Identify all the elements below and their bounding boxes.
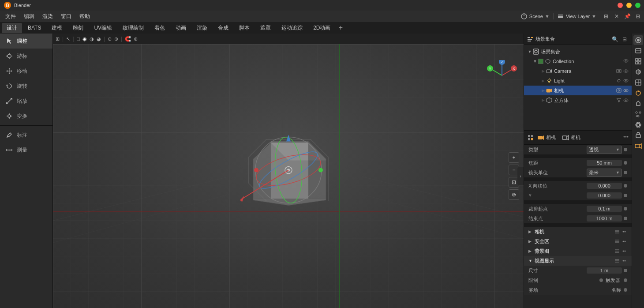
trigger-dot[interactable] — [624, 278, 627, 282]
menu-file[interactable]: 文件 — [2, 12, 19, 21]
clipend-value[interactable]: 1000 m — [587, 215, 622, 222]
tree-item-collection[interactable]: ▼ Collection — [524, 56, 632, 66]
toggle-local-btn[interactable]: ⊚ — [509, 189, 519, 200]
svg-point-105 — [625, 231, 626, 233]
tab-sculpting[interactable]: 雕刻 — [68, 23, 88, 33]
vp-overlay-btn[interactable]: ⊙ — [108, 36, 112, 42]
tool-measure[interactable]: 测量 — [0, 143, 52, 158]
outliner-filter-btn[interactable]: ⊟ — [620, 35, 629, 44]
tree-item-camera2[interactable]: ▶ 相机 — [524, 86, 632, 95]
section-vpdisplay-header[interactable]: ▼ 视图显示 — [524, 256, 632, 266]
props-modifier-icon-btn[interactable] — [633, 99, 643, 109]
close-btn[interactable] — [618, 3, 623, 8]
close-area-icon[interactable]: ✕ — [612, 12, 621, 21]
tool-transform[interactable]: 变换 — [0, 109, 52, 124]
tab-uv[interactable]: UV编辑 — [89, 23, 117, 33]
section-safearea-header[interactable]: ▶ 安全区 — [524, 237, 632, 246]
collapse-right-btn[interactable]: › — [517, 167, 524, 185]
tree-scene-collection[interactable]: ▼ 场景集合 — [524, 47, 632, 56]
sep3 — [524, 200, 632, 204]
vp-shading-solid[interactable]: ◉ — [82, 36, 87, 42]
tree-expand-cube[interactable]: ▶ — [540, 97, 546, 103]
tab-scripting[interactable]: 脚本 — [234, 23, 255, 33]
section-camera-header[interactable]: ▶ 相机 — [524, 227, 632, 237]
tab-2d[interactable]: 2D动画 — [308, 23, 335, 33]
prop-row-clipstart: 裁剪起点 0.1 m — [524, 204, 632, 214]
vp-proportional-btn[interactable]: ⊚ — [134, 36, 138, 42]
props-object-icon-btn[interactable] — [633, 88, 643, 98]
tree-check-collection[interactable] — [538, 59, 543, 64]
tree-expand-light[interactable]: ▶ — [540, 78, 546, 84]
tool-move[interactable]: 移动 — [0, 64, 52, 79]
add-workspace-btn[interactable]: + — [336, 23, 345, 32]
sensor-dropdown[interactable]: 毫米 ▼ — [587, 169, 622, 177]
tab-design[interactable]: 设计 — [2, 23, 22, 33]
tree-expand-collection[interactable]: ▼ — [532, 58, 538, 64]
tab-animation[interactable]: 动画 — [171, 23, 191, 33]
tab-shading[interactable]: 着色 — [150, 23, 170, 33]
pin-icon[interactable]: 📌 — [623, 12, 632, 21]
menu-help[interactable]: 帮助 — [76, 12, 94, 21]
clipstart-value[interactable]: 0.1 m — [587, 206, 622, 212]
limit-dot[interactable] — [599, 278, 603, 282]
tool-annotate[interactable]: 标注 — [0, 128, 52, 143]
tree-expand-camera2[interactable]: ▶ — [540, 87, 546, 94]
section-background-header[interactable]: ▶ 背景图 — [524, 246, 632, 256]
minimize-btn[interactable] — [626, 3, 632, 8]
tab-mask[interactable]: 遮罩 — [255, 23, 276, 33]
vp-mode-select[interactable]: ↖ — [66, 36, 70, 42]
menu-window[interactable]: 窗口 — [57, 12, 75, 21]
section-vp-list-icon — [614, 258, 620, 264]
vp-gizmo-btn[interactable]: ⊕ — [114, 36, 118, 42]
tab-modeling[interactable]: 建模 — [47, 23, 67, 33]
props-scene-icon[interactable] — [527, 134, 535, 142]
tab-compositing[interactable]: 合成 — [213, 23, 233, 33]
outliner-search-btn[interactable]: 🔍 — [610, 35, 619, 44]
viewport-canvas[interactable]: X Y Z + − ⊡ ⊚ › — [53, 44, 524, 308]
props-scene-icon-btn[interactable] — [633, 67, 643, 77]
menu-edit[interactable]: 编辑 — [20, 12, 38, 21]
tab-texture[interactable]: 纹理绘制 — [118, 23, 149, 33]
vp-shading-lookdev[interactable]: ◑ — [90, 36, 94, 42]
tab-motion[interactable]: 运动追踪 — [277, 23, 307, 33]
props-constraints-icon-btn[interactable] — [633, 131, 643, 140]
props-particles-icon-btn[interactable] — [633, 109, 643, 119]
props-world-icon-btn[interactable] — [633, 78, 643, 87]
vp-shading-render[interactable]: ◕ — [97, 36, 101, 42]
filter-icon[interactable]: ⊟ — [633, 12, 642, 21]
shifty-value[interactable]: 0.000 — [587, 192, 622, 199]
props-output-icon-btn[interactable] — [633, 46, 643, 56]
scene-object — [231, 113, 346, 229]
properties-panel: 相机 相机 — [524, 131, 632, 308]
type-dropdown[interactable]: 透视 ▼ — [587, 146, 622, 154]
vp-editor-type[interactable]: ⊞ — [56, 36, 60, 42]
tab-bats[interactable]: BATS — [23, 23, 46, 32]
focal-value[interactable]: 50 mm — [587, 160, 622, 166]
cube-eye-icon — [623, 97, 629, 103]
name-dot[interactable] — [624, 288, 627, 292]
shiftx-value[interactable]: 0.000 — [587, 183, 622, 189]
viewport[interactable]: ⊞ | ↖ | □ ◉ ◑ ◕ | ⊙ ⊕ | 🧲 ⊚ 用户透视 (41) 场景… — [53, 34, 524, 308]
menu-render[interactable]: 渲染 — [39, 12, 56, 21]
tree-expand-camera[interactable]: ▶ — [540, 68, 546, 74]
tree-item-camera[interactable]: ▶ Camera — [524, 66, 632, 76]
fullscreen-icon[interactable]: ⊞ — [602, 12, 610, 21]
zoom-in-btn[interactable]: + — [509, 152, 519, 163]
tree-expand-icon[interactable]: ▼ — [527, 49, 533, 55]
prop-row-shiftx: X 向移位 0.000 — [524, 181, 632, 191]
tool-select[interactable]: 调整 — [0, 34, 52, 49]
tree-item-light[interactable]: ▶ Light — [524, 76, 632, 86]
vp-shading-wire[interactable]: □ — [77, 36, 80, 41]
tool-scale[interactable]: 缩放 — [0, 94, 52, 109]
props-data-icon-btn[interactable] — [633, 141, 643, 151]
tree-item-cube[interactable]: ▶ 立方体 — [524, 95, 632, 105]
props-view-icon-btn[interactable] — [633, 56, 643, 66]
size-value[interactable]: 1 m — [587, 267, 622, 274]
vp-snap-btn[interactable]: 🧲 — [125, 36, 131, 42]
tab-rendering[interactable]: 渲染 — [192, 23, 212, 33]
props-render-icon-btn[interactable] — [633, 35, 643, 45]
tool-rotate[interactable]: 旋转 — [0, 79, 52, 94]
maximize-btn[interactable] — [635, 3, 640, 8]
tool-cursor[interactable]: 游标 — [0, 49, 52, 64]
props-physics-icon-btn[interactable] — [633, 120, 643, 130]
